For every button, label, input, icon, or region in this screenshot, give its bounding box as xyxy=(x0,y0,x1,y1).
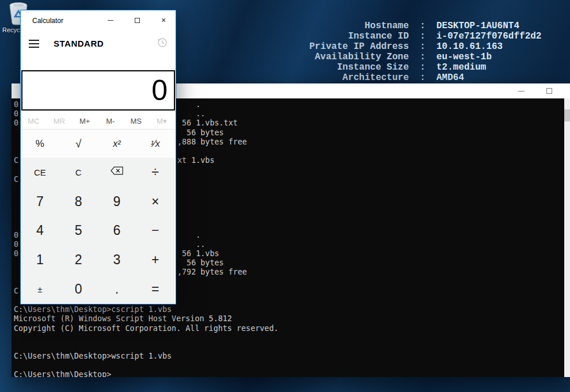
calc-button-x-squared[interactable]: x² xyxy=(98,130,136,158)
calculator-title: Calculator xyxy=(32,17,63,25)
bginfo-row: Instance Size:t2.medium xyxy=(305,62,541,73)
bginfo-separator: : xyxy=(409,73,436,83)
terminal-line xyxy=(14,333,563,342)
calc-button-4[interactable]: 4 xyxy=(21,216,59,246)
calc-button-0[interactable]: 0 xyxy=(59,275,98,304)
calculator-display: 0 xyxy=(21,70,175,111)
bginfo: Hostname:DESKTOP-1AU6NT4Instance ID:i-07… xyxy=(305,21,541,83)
maximize-icon xyxy=(135,18,140,23)
cmd-close-button[interactable]: × xyxy=(565,83,570,98)
bginfo-row: Instance ID:i-07e7127f076dff2d2 xyxy=(305,31,541,41)
terminal-line: Microsoft (R) Windows Script Host Versio… xyxy=(14,314,563,324)
calc-button-1[interactable]: 1 xyxy=(21,245,59,275)
bginfo-separator: : xyxy=(409,31,436,41)
bginfo-label: Instance Size xyxy=(305,62,409,73)
calc-button-5[interactable]: 5 xyxy=(59,216,98,246)
calc-button-clear-entry[interactable]: CE xyxy=(21,158,59,187)
cmd-minimize-button[interactable] xyxy=(512,83,530,98)
calc-button-equals[interactable]: = xyxy=(136,275,174,304)
bginfo-row: Private IP Address:10.10.61.163 xyxy=(305,41,541,52)
bginfo-value: i-07e7127f076dff2d2 xyxy=(436,31,541,41)
calc-button-plus-minus[interactable]: ± xyxy=(21,275,59,304)
bginfo-separator: : xyxy=(409,41,436,52)
close-icon: × xyxy=(161,16,166,24)
bginfo-label: Private IP Address xyxy=(305,41,409,52)
bginfo-label: Hostname xyxy=(305,21,409,31)
calculator-mode-label: STANDARD xyxy=(54,39,104,48)
terminal-line: C:\Users\thm\Desktop>cscript 1.vbs xyxy=(14,305,563,314)
calc-button-8[interactable]: 8 xyxy=(59,187,98,216)
bginfo-row: Availability Zone:eu-west-1b xyxy=(305,52,541,62)
calc-minimize-button[interactable] xyxy=(101,12,120,28)
bginfo-separator: : xyxy=(409,62,436,73)
memory-row: MCMRM+M-MSM▾ xyxy=(21,113,174,129)
calc-button-percent[interactable]: % xyxy=(21,130,59,158)
bginfo-value: t2.medium xyxy=(436,62,486,73)
menu-button[interactable] xyxy=(29,40,39,48)
calc-maximize-button[interactable] xyxy=(128,12,146,28)
maximize-icon xyxy=(546,88,552,94)
desktop: { "icons": { "close": "×" }, "desktop": … xyxy=(0,0,570,392)
calc-button-backspace[interactable] xyxy=(98,158,136,187)
memory-button-m-minus[interactable]: M- xyxy=(98,113,124,129)
terminal-line: Copyright (C) Microsoft Corporation. All… xyxy=(14,324,563,333)
memory-button-m-dropdown[interactable]: M▾ xyxy=(149,113,175,129)
bginfo-label: Architecture xyxy=(305,73,409,83)
memory-button-mc[interactable]: MC xyxy=(21,113,47,129)
calc-button-2[interactable]: 2 xyxy=(59,245,98,275)
display-value: 0 xyxy=(151,76,168,105)
history-icon xyxy=(157,37,168,48)
terminal-line xyxy=(14,361,563,370)
calculator-window: Calculator × STANDARD 0 MCMRM+M-MSM▾ %√x… xyxy=(20,10,176,305)
calc-close-button[interactable]: × xyxy=(154,12,173,28)
bginfo-row: Architecture:AMD64 xyxy=(305,73,541,83)
keypad: %√x²¹⁄xCEC÷789×456−123+±0.= xyxy=(21,130,174,304)
bginfo-value: DESKTOP-1AU6NT4 xyxy=(436,21,519,31)
minimize-icon xyxy=(108,20,113,21)
calc-button-divide[interactable]: ÷ xyxy=(136,158,174,187)
terminal-line: C:\Users\thm\Desktop> xyxy=(14,370,563,377)
cmd-maximize-button[interactable] xyxy=(540,83,558,98)
terminal-line xyxy=(14,342,563,352)
calc-button-6[interactable]: 6 xyxy=(98,216,136,246)
bginfo-value: AMD64 xyxy=(436,73,464,83)
memory-button-mr[interactable]: MR xyxy=(47,113,73,129)
calc-button-3[interactable]: 3 xyxy=(98,245,136,275)
scrollbar[interactable] xyxy=(564,98,570,377)
memory-button-m-plus[interactable]: M+ xyxy=(72,113,98,129)
backspace-icon xyxy=(111,166,123,175)
history-button[interactable] xyxy=(156,37,169,50)
calc-button-decimal[interactable]: . xyxy=(98,275,136,304)
memory-button-ms[interactable]: MS xyxy=(123,113,149,129)
calc-button-multiply[interactable]: × xyxy=(136,187,174,216)
bginfo-value: 10.10.61.163 xyxy=(436,41,503,52)
calc-button-9[interactable]: 9 xyxy=(98,187,136,216)
hamburger-icon xyxy=(29,40,39,41)
calc-button-7[interactable]: 7 xyxy=(21,187,59,216)
terminal-line: C:\Users\thm\Desktop>wscript 1.vbs xyxy=(14,352,563,361)
scrollbar-thumb[interactable] xyxy=(564,109,570,121)
bginfo-value: eu-west-1b xyxy=(436,52,492,62)
calc-button-clear[interactable]: C xyxy=(59,158,98,187)
bginfo-separator: : xyxy=(409,52,436,62)
calc-button-add[interactable]: + xyxy=(136,245,174,275)
bginfo-label: Instance ID xyxy=(305,31,409,41)
minimize-icon xyxy=(518,91,525,92)
calc-button-square-root[interactable]: √ xyxy=(59,130,98,158)
bginfo-label: Availability Zone xyxy=(305,52,409,62)
calc-button-reciprocal[interactable]: ¹⁄x xyxy=(136,130,174,158)
bginfo-row: Hostname:DESKTOP-1AU6NT4 xyxy=(305,21,541,31)
calc-button-subtract[interactable]: − xyxy=(136,216,174,246)
bginfo-separator: : xyxy=(409,21,436,31)
